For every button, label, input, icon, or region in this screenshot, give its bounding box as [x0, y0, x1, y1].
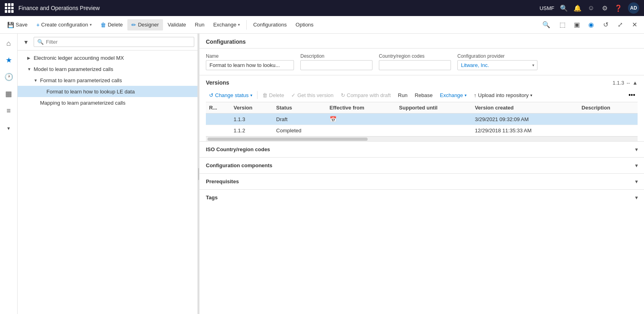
save-button[interactable]: 💾 Save: [3, 19, 32, 30]
iso-country-header[interactable]: ISO Country/region codes ▾: [199, 142, 644, 157]
config-components-header[interactable]: Configuration components ▾: [199, 158, 644, 173]
filter-icon[interactable]: ▼: [1, 120, 17, 136]
country-region-input[interactable]: [379, 60, 451, 70]
description-input[interactable]: [300, 60, 372, 70]
refresh-icon: ↺: [209, 92, 213, 98]
create-config-caret: ▾: [90, 22, 92, 27]
config-provider-select[interactable]: Litware, Inc.: [457, 60, 537, 70]
row-r-1: [206, 113, 230, 125]
calendar-icon[interactable]: ▦: [1, 86, 17, 102]
row-version-2: 1.1.2: [230, 125, 273, 136]
versions-run-button[interactable]: Run: [395, 91, 411, 100]
country-region-field: Country/region codes: [379, 53, 451, 70]
get-version-button[interactable]: ✓ Get this version: [288, 91, 336, 100]
star-icon[interactable]: ★: [1, 52, 17, 68]
panel-icon[interactable]: ▣: [570, 18, 583, 31]
versions-title: Versions: [206, 79, 229, 86]
nav-tree: ▶ Electronic ledger accounting model MX …: [18, 51, 197, 314]
iso-country-section[interactable]: ISO Country/region codes ▾: [199, 141, 644, 157]
config-components-caret: ▾: [635, 163, 638, 168]
rebase-button[interactable]: Rebase: [411, 91, 436, 100]
waffle-menu[interactable]: [5, 3, 14, 13]
resizer-handle: [198, 168, 199, 180]
row-description-2: [578, 125, 638, 136]
help-icon[interactable]: ❓: [614, 4, 622, 12]
delete-icon: 🗑: [101, 22, 106, 28]
content-header: Configurations: [199, 34, 644, 49]
delete-button[interactable]: 🗑 Delete: [97, 19, 127, 30]
personalize-icon[interactable]: ⬚: [556, 18, 569, 31]
table-row[interactable]: 1.1.3 Draft 📅 3/29/2021 09:32:09 AM: [206, 113, 638, 125]
avatar[interactable]: AD: [628, 2, 639, 14]
designer-button[interactable]: ✏ Designer: [127, 19, 163, 30]
settings-icon[interactable]: ⚙: [601, 4, 609, 12]
row-version-1: 1.1.3: [230, 113, 273, 125]
exchange-caret: ▾: [465, 93, 467, 97]
badge-icon[interactable]: ◉: [585, 18, 598, 31]
upload-repo-button[interactable]: ↑ Upload into repository ▾: [471, 91, 535, 100]
tags-section[interactable]: Tags ▾: [199, 189, 644, 205]
versions-more-button[interactable]: •••: [626, 90, 638, 100]
plus-icon: +: [36, 22, 40, 28]
horizontal-scrollbar[interactable]: [206, 136, 638, 141]
list-icon[interactable]: ≡: [1, 103, 17, 119]
title-bar: Finance and Operations Preview USMF 🔍 🔔 …: [0, 0, 644, 16]
vtb-sep-1: [257, 91, 258, 99]
config-components-label: Configuration components: [206, 162, 272, 168]
nav-item-model-learn[interactable]: ▼ Model to learn parameterized calls: [18, 63, 197, 75]
table-row[interactable]: 1.1.2 Completed 12/29/2018 11:35:33 AM: [206, 125, 638, 136]
recent-icon[interactable]: 🕐: [1, 69, 17, 85]
company-indicator: USMF: [539, 5, 554, 11]
prerequisites-section[interactable]: Prerequisites ▾: [199, 173, 644, 189]
run-button[interactable]: Run: [191, 19, 209, 30]
versions-exchange-button[interactable]: Exchange ▾: [437, 91, 470, 100]
nav-caret-electronic: ▶: [27, 56, 34, 60]
versions-table-wrap: R... Version Status Effective from Suppo…: [206, 102, 638, 136]
create-configuration-button[interactable]: + Create configuration ▾: [32, 19, 96, 30]
nav-item-electronic-ledger[interactable]: ▶ Electronic ledger accounting model MX: [18, 52, 197, 63]
tags-header[interactable]: Tags ▾: [199, 190, 644, 205]
nav-item-format-learn[interactable]: ▼ Format to learn parameterized calls: [18, 75, 197, 86]
col-header-r: R...: [206, 102, 230, 113]
configurations-button[interactable]: Configurations: [249, 19, 291, 30]
smiley-icon[interactable]: ☺: [587, 4, 595, 12]
expand-icon[interactable]: ⤢: [614, 18, 626, 31]
close-icon[interactable]: ✕: [628, 18, 641, 31]
nav-filter-input[interactable]: [46, 39, 191, 45]
calendar-picker-icon[interactable]: 📅: [330, 116, 336, 122]
app-title: Finance and Operations Preview: [18, 5, 535, 11]
versions-toolbar: ↺ Change status ▾ 🗑 Delete ✓ Get this ve…: [206, 88, 638, 102]
change-status-caret: ▾: [250, 93, 252, 97]
config-components-section[interactable]: Configuration components ▾: [199, 157, 644, 173]
description-label: Description: [300, 53, 372, 59]
nav-item-mapping-learn[interactable]: Mapping to learn parameterized calls: [18, 97, 197, 108]
name-field: Name: [206, 53, 294, 70]
row-status-1: Draft: [273, 113, 326, 125]
command-search-icon[interactable]: 🔍: [540, 18, 553, 31]
row-status-2: Completed: [273, 125, 326, 136]
nav-label-format-lookup: Format to learn how to lookup LE data: [46, 89, 194, 95]
nav-filter-button[interactable]: ▼: [21, 37, 31, 47]
prerequisites-header[interactable]: Prerequisites ▾: [199, 174, 644, 189]
validate-button[interactable]: Validate: [164, 19, 190, 30]
nav-item-format-lookup[interactable]: Format to learn how to lookup LE data: [18, 86, 197, 97]
options-button[interactable]: Options: [292, 19, 318, 30]
exchange-button[interactable]: Exchange ▾: [209, 19, 244, 30]
notification-icon[interactable]: 🔔: [574, 4, 582, 12]
row-r-2: [206, 125, 230, 136]
compare-draft-button[interactable]: ↻ Compare with draft: [338, 91, 394, 100]
row-effective-from-1: 📅: [326, 113, 396, 125]
refresh-icon[interactable]: ↺: [599, 18, 612, 31]
row-description-1: [578, 113, 638, 125]
home-icon[interactable]: ⌂: [1, 35, 17, 51]
versions-collapse-icon[interactable]: ▲: [632, 80, 638, 86]
name-input[interactable]: [206, 60, 294, 70]
exchange-caret: ▾: [238, 22, 240, 27]
versions-delete-button[interactable]: 🗑 Delete: [259, 91, 288, 100]
change-status-button[interactable]: ↺ Change status ▾: [206, 91, 256, 100]
col-header-status: Status: [273, 102, 326, 113]
search-icon[interactable]: 🔍: [560, 4, 568, 12]
config-provider-field: Configuration provider Litware, Inc. ▾: [457, 53, 537, 70]
col-header-description: Description: [578, 102, 638, 113]
scroll-thumb[interactable]: [207, 138, 368, 141]
